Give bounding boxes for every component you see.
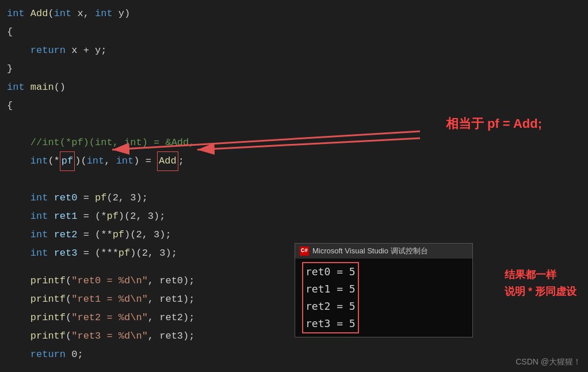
watermark: CSDN @大猩猩！: [516, 357, 581, 367]
result-line2: 说明 * 形同虚设: [505, 283, 576, 300]
code-line-13: int ret2 = (**pf)(2, 3);: [0, 226, 588, 244]
vs-icon: C#: [300, 246, 309, 256]
console-title-bar: C# Microsoft Visual Studio 调试控制台: [295, 244, 472, 259]
code-line-4: }: [0, 60, 588, 78]
code-line-6: {: [0, 97, 588, 115]
result-annotation: 结果都一样 说明 * 形同虚设: [505, 267, 576, 300]
annotation-label: 相当于 pf = Add;: [446, 115, 542, 132]
console-line-4: ret3 = 5: [306, 315, 356, 332]
console-line-1: ret0 = 5: [306, 263, 356, 280]
code-line-2: {: [0, 23, 588, 41]
code-line-1: int Add(int x, int y): [0, 5, 588, 23]
code-line-3: return x + y;: [0, 41, 588, 60]
code-line-17: printf("ret2 = %d\n", ret2);: [0, 309, 588, 327]
code-line-8: //int(*pf)(int, int) = &Add,: [0, 134, 588, 152]
code-line-19: return 0;: [0, 346, 588, 364]
code-editor: int Add(int x, int y) { return x + y; } …: [0, 0, 588, 372]
result-line1: 结果都一样: [505, 267, 576, 283]
code-line-15: printf("ret0 = %d\n", ret0);: [0, 272, 588, 290]
console-results: ret0 = 5 ret1 = 5 ret2 = 5 ret3 = 5: [302, 262, 359, 333]
code-line-11: int ret0 = pf(2, 3);: [0, 189, 588, 207]
console-line-2: ret1 = 5: [306, 280, 356, 298]
console-title: Microsoft Visual Studio 调试控制台: [312, 246, 428, 256]
code-line-18: printf("ret3 = %d\n", ret3);: [0, 327, 588, 346]
code-line-16: printf("ret1 = %d\n", ret1);: [0, 290, 588, 309]
code-line-14: int ret3 = (***pf)(2, 3);: [0, 244, 588, 263]
console-line-3: ret2 = 5: [306, 298, 356, 315]
console-body: ret0 = 5 ret1 = 5 ret2 = 5 ret3 = 5: [295, 259, 472, 337]
code-line-5: int main(): [0, 78, 588, 97]
code-line-9: int(*pf)(int, int) = Add;: [0, 152, 588, 170]
code-line-10: [0, 170, 588, 189]
console-popup: C# Microsoft Visual Studio 调试控制台 ret0 = …: [295, 243, 473, 337]
code-line-12: int ret1 = (*pf)(2, 3);: [0, 207, 588, 226]
